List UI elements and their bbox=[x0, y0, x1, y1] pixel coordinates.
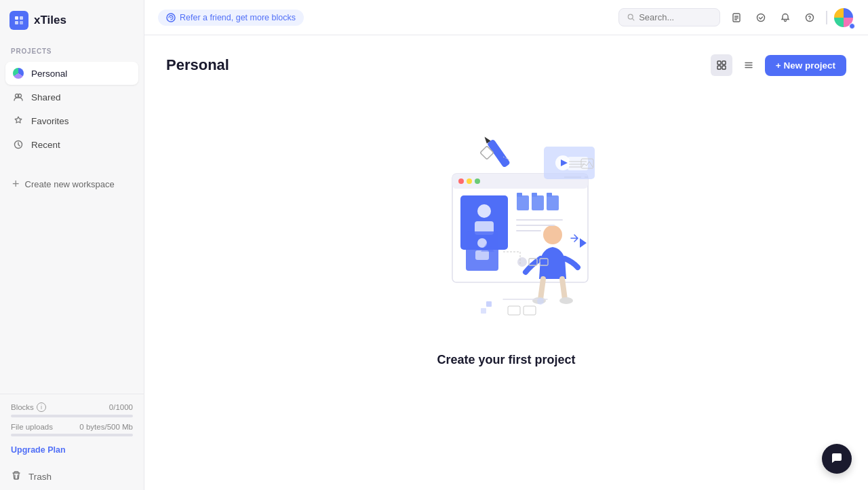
svg-rect-63 bbox=[481, 308, 486, 314]
divider bbox=[826, 11, 827, 24]
avatar-container bbox=[833, 7, 854, 29]
star-icon bbox=[12, 115, 24, 127]
blocks-count: 0/1000 bbox=[109, 403, 133, 411]
svg-rect-34 bbox=[532, 195, 544, 210]
trash-item[interactable]: Trash bbox=[0, 464, 144, 490]
document-icon bbox=[731, 12, 742, 23]
svg-rect-62 bbox=[486, 301, 492, 307]
blocks-info-icon[interactable]: i bbox=[37, 402, 46, 412]
blocks-progress-bar bbox=[11, 415, 133, 417]
chat-button[interactable] bbox=[822, 444, 852, 474]
svg-point-27 bbox=[477, 204, 491, 218]
sidebar: xTiles PROJECTS Personal Shared bbox=[0, 0, 144, 490]
main-content: Refer a friend, get more blocks bbox=[144, 0, 868, 490]
create-workspace-button[interactable]: + Create new workspace bbox=[0, 172, 144, 195]
svg-rect-17 bbox=[722, 66, 726, 69]
sidebar-item-recent[interactable]: Recent bbox=[5, 133, 138, 156]
sidebar-bottom: Blocks i 0/1000 File uploads 0 bytes/500… bbox=[0, 394, 144, 464]
blocks-row: Blocks i 0/1000 bbox=[11, 402, 133, 412]
svg-rect-35 bbox=[532, 193, 537, 197]
projects-section-label: PROJECTS bbox=[0, 41, 144, 59]
grid-view-button[interactable] bbox=[711, 54, 732, 76]
svg-rect-2 bbox=[15, 21, 18, 24]
header-actions: + New project bbox=[711, 54, 846, 76]
check-circle-icon bbox=[755, 12, 766, 23]
svg-point-11 bbox=[757, 14, 765, 21]
svg-rect-59 bbox=[508, 306, 520, 315]
file-uploads-progress-bar bbox=[11, 434, 133, 436]
file-uploads-row: File uploads 0 bytes/500 Mb bbox=[11, 423, 133, 431]
svg-point-38 bbox=[543, 225, 562, 244]
page-header: Personal + New project bbox=[166, 54, 846, 76]
trash-label: Trash bbox=[28, 472, 52, 482]
empty-illustration bbox=[398, 119, 615, 337]
svg-point-12 bbox=[806, 14, 814, 21]
grid-icon bbox=[716, 60, 727, 71]
svg-point-9 bbox=[628, 14, 633, 19]
topbar-left: Refer a friend, get more blocks bbox=[158, 10, 304, 26]
document-icon-btn[interactable] bbox=[726, 7, 747, 29]
help-icon bbox=[804, 12, 815, 23]
search-icon bbox=[627, 13, 635, 22]
page-title: Personal bbox=[166, 56, 229, 74]
sidebar-item-favorites[interactable]: Favorites bbox=[5, 109, 138, 132]
list-icon bbox=[743, 60, 754, 71]
referral-badge[interactable]: Refer a friend, get more blocks bbox=[158, 10, 304, 26]
logo-icon bbox=[9, 11, 28, 30]
sidebar-item-personal[interactable]: Personal bbox=[5, 62, 138, 85]
sidebar-nav: Personal Shared Favorites bbox=[0, 59, 144, 159]
topbar: Refer a friend, get more blocks bbox=[144, 0, 868, 35]
empty-state: Create your first project bbox=[166, 92, 846, 394]
sidebar-label-favorites: Favorites bbox=[31, 116, 69, 126]
app-name: xTiles bbox=[34, 14, 66, 27]
topbar-right bbox=[618, 7, 854, 29]
referral-text: Refer a friend, get more blocks bbox=[180, 13, 296, 22]
page-content: Personal + New project bbox=[144, 35, 868, 490]
blocks-label: Blocks i bbox=[11, 402, 46, 412]
help-icon-btn[interactable] bbox=[799, 7, 821, 29]
svg-rect-1 bbox=[20, 16, 23, 20]
svg-rect-15 bbox=[722, 61, 726, 64]
personal-icon bbox=[12, 67, 24, 79]
bell-icon bbox=[780, 12, 791, 23]
svg-point-21 bbox=[458, 178, 464, 184]
svg-point-53 bbox=[517, 257, 527, 267]
sidebar-label-shared: Shared bbox=[31, 92, 61, 102]
svg-point-61 bbox=[537, 298, 544, 305]
sidebar-item-shared[interactable]: Shared bbox=[5, 86, 138, 109]
sidebar-label-recent: Recent bbox=[31, 140, 60, 150]
new-project-button[interactable]: + New project bbox=[765, 55, 846, 76]
svg-rect-37 bbox=[547, 193, 552, 197]
svg-point-8 bbox=[170, 17, 172, 18]
svg-point-40 bbox=[559, 297, 573, 304]
upgrade-plan-link[interactable]: Upgrade Plan bbox=[11, 445, 66, 455]
svg-point-23 bbox=[475, 178, 480, 184]
trash-icon bbox=[11, 470, 22, 483]
logo-container[interactable]: xTiles bbox=[0, 0, 144, 41]
svg-rect-14 bbox=[717, 61, 721, 64]
bell-icon-btn[interactable] bbox=[774, 7, 796, 29]
plus-icon: + bbox=[12, 178, 20, 190]
clock-icon bbox=[12, 138, 24, 151]
sidebar-label-personal: Personal bbox=[31, 69, 67, 79]
check-circle-icon-btn[interactable] bbox=[750, 7, 772, 29]
search-box[interactable] bbox=[618, 8, 720, 26]
svg-rect-36 bbox=[547, 195, 559, 210]
search-input[interactable] bbox=[639, 12, 711, 22]
shared-icon bbox=[12, 91, 24, 103]
svg-rect-3 bbox=[20, 21, 23, 24]
empty-state-title: Create your first project bbox=[437, 353, 575, 367]
chat-icon bbox=[830, 452, 844, 466]
avatar-badge bbox=[849, 23, 855, 29]
svg-rect-32 bbox=[517, 195, 529, 210]
svg-rect-33 bbox=[517, 193, 522, 197]
svg-point-22 bbox=[467, 178, 472, 184]
topbar-icons bbox=[726, 7, 854, 29]
svg-rect-50 bbox=[486, 139, 510, 168]
svg-rect-0 bbox=[15, 16, 18, 20]
svg-rect-31 bbox=[475, 250, 489, 260]
svg-point-13 bbox=[809, 19, 810, 20]
list-view-button[interactable] bbox=[738, 54, 760, 76]
svg-rect-60 bbox=[524, 306, 536, 315]
referral-icon bbox=[166, 13, 176, 22]
